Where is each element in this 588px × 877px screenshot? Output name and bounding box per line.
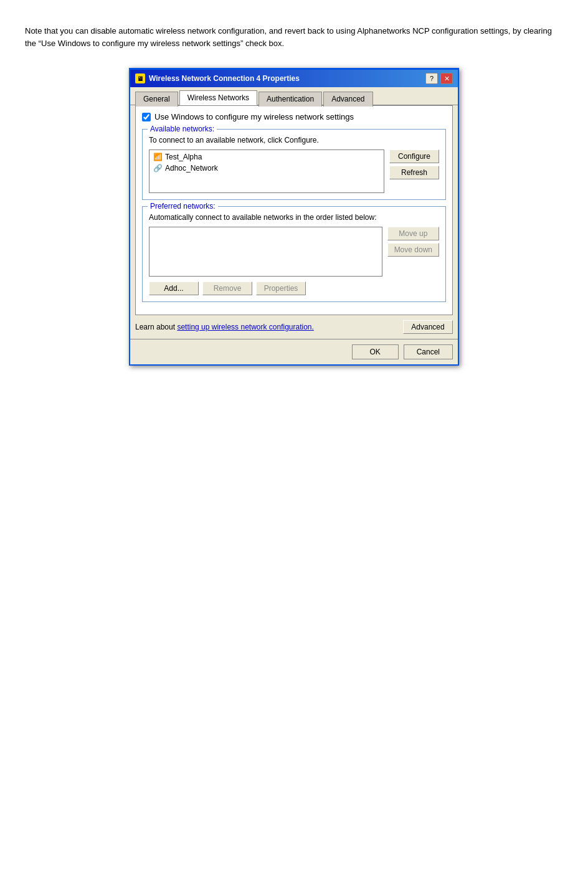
preferred-bottom-buttons: Add... Remove Properties	[149, 282, 439, 295]
dialog-wrapper: 🖥 Wireless Network Connection 4 Properti…	[25, 68, 563, 366]
dialog: 🖥 Wireless Network Connection 4 Properti…	[129, 68, 459, 366]
available-network-list[interactable]: 📶 Test_Alpha 🔗 Adhoc_Network	[149, 149, 384, 193]
dialog-content: Use Windows to configure my wireless net…	[135, 105, 453, 315]
help-button[interactable]: ?	[425, 73, 438, 84]
use-windows-label: Use Windows to configure my wireless net…	[154, 112, 354, 121]
use-windows-row: Use Windows to configure my wireless net…	[142, 112, 446, 121]
learn-link[interactable]: setting up wireless network configuratio…	[177, 323, 313, 331]
adhoc-label: Adhoc_Network	[165, 164, 218, 173]
move-down-button[interactable]: Move down	[387, 243, 439, 257]
titlebar-left: 🖥 Wireless Network Connection 4 Properti…	[135, 73, 300, 83]
preferred-network-list[interactable]	[149, 227, 382, 277]
ok-button[interactable]: OK	[352, 344, 399, 359]
test-alpha-label: Test_Alpha	[165, 153, 202, 161]
use-windows-checkbox[interactable]	[142, 113, 151, 121]
networks-row: 📶 Test_Alpha 🔗 Adhoc_Network Configure R…	[149, 149, 439, 193]
preferred-side-buttons: Move up Move down	[387, 227, 439, 277]
configure-button[interactable]: Configure	[389, 149, 439, 163]
cancel-button[interactable]: Cancel	[404, 344, 453, 359]
dialog-footer: OK Cancel	[130, 339, 458, 364]
add-button[interactable]: Add...	[149, 282, 199, 295]
refresh-button[interactable]: Refresh	[389, 166, 439, 179]
learn-row: Learn about setting up wireless network …	[135, 320, 453, 334]
move-up-button[interactable]: Move up	[387, 227, 439, 240]
available-networks-desc: To connect to an available network, clic…	[149, 136, 439, 145]
adhoc-icon: 🔗	[153, 164, 163, 173]
tab-authentication[interactable]: Authentication	[258, 92, 322, 107]
test-alpha-icon: 📶	[153, 153, 163, 161]
dialog-titlebar: 🖥 Wireless Network Connection 4 Properti…	[130, 70, 458, 87]
learn-pre: Learn about	[135, 323, 175, 331]
dialog-icon: 🖥	[135, 73, 145, 83]
dialog-title: Wireless Network Connection 4 Properties	[149, 74, 300, 83]
available-networks-section: Available networks: To connect to an ava…	[142, 129, 446, 200]
titlebar-right: ? ✕	[425, 73, 453, 84]
available-networks-label: Available networks:	[148, 125, 217, 133]
preferred-networks-label: Preferred networks:	[148, 202, 218, 211]
tab-advanced[interactable]: Advanced	[323, 92, 372, 107]
network-item-test-alpha[interactable]: 📶 Test_Alpha	[151, 151, 382, 163]
intro-text: Note that you can disable automatic wire…	[25, 25, 563, 49]
advanced-button[interactable]: Advanced	[403, 320, 453, 334]
close-button[interactable]: ✕	[440, 73, 453, 84]
remove-button[interactable]: Remove	[202, 282, 252, 295]
preferred-networks-row: Move up Move down	[149, 227, 439, 277]
available-side-buttons: Configure Refresh	[389, 149, 439, 193]
preferred-networks-section: Preferred networks: Automatically connec…	[142, 206, 446, 302]
dialog-tabs: General Wireless Networks Authentication…	[130, 87, 458, 105]
learn-text: Learn about setting up wireless network …	[135, 323, 314, 331]
tab-general[interactable]: General	[135, 92, 178, 107]
network-item-adhoc[interactable]: 🔗 Adhoc_Network	[151, 163, 382, 174]
preferred-networks-desc: Automatically connect to available netwo…	[149, 213, 439, 222]
properties-button[interactable]: Properties	[256, 282, 306, 295]
tab-wireless-networks[interactable]: Wireless Networks	[179, 90, 257, 105]
